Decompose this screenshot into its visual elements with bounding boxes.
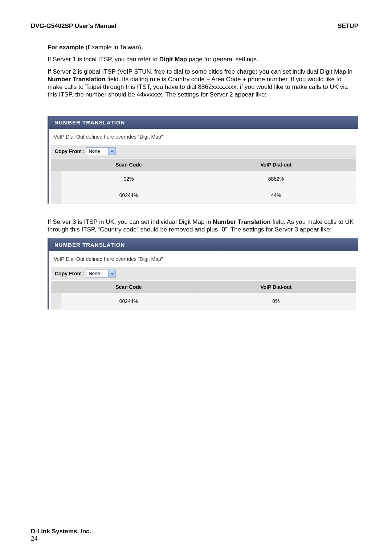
panel1-row1-dial: 44% <box>196 187 356 203</box>
panel2-copy-from-row: Copy From : None <box>51 267 356 280</box>
table-header-spacer <box>51 281 61 293</box>
chevron-down-icon <box>108 148 115 155</box>
number-translation-panel-2: NUMBER TRANSLATION VoIP Dial-Out defined… <box>48 238 358 309</box>
panel2-col-dial: VoIP Dial-out <box>196 281 356 293</box>
panel2-copy-from-label: Copy From : <box>55 271 85 276</box>
panel2-row0-dial: 0% <box>196 293 356 309</box>
section-title: SETUP <box>338 22 358 30</box>
number-translation-panel-1: NUMBER TRANSLATION VoIP Dial-Out defined… <box>48 116 358 204</box>
digit-map-bold: Digit Map <box>159 56 187 63</box>
panel2-title: NUMBER TRANSLATION <box>49 238 358 251</box>
panel2-copy-from-value: None <box>86 270 108 277</box>
number-translation-bold-1: Number Translation <box>48 76 106 83</box>
table-header-row: Scan Code VoIP Dial-out <box>51 281 356 293</box>
server1-text-a: If Server 1 is local ITSP, you can refer… <box>48 56 159 63</box>
table-row: 00244% 0% <box>51 293 356 309</box>
panel2-row0-scan: 00244% <box>61 293 196 309</box>
number-translation-bold-2: Number Translation <box>213 218 271 225</box>
chevron-down-icon <box>108 270 115 277</box>
table-header-spacer <box>51 159 61 171</box>
table-header-row: Scan Code VoIP Dial-out <box>51 159 356 171</box>
panel1-copy-from-row: Copy From : None <box>51 145 356 158</box>
panel1-copy-from-select[interactable]: None <box>86 147 116 155</box>
panel2-copy-from-select[interactable]: None <box>86 270 116 278</box>
footer-page-number: 24 <box>31 535 91 542</box>
table-row: 02% 8862% <box>51 171 356 187</box>
panel1-copy-from-value: None <box>86 148 108 155</box>
example-comma: , <box>141 44 143 51</box>
example-label: For example <box>48 44 84 51</box>
table-row-spacer <box>51 171 61 187</box>
panel1-override-note: VoIP Dial-Out defined here overrides "Di… <box>49 129 358 145</box>
panel1-col-dial: VoIP Dial-out <box>196 159 356 171</box>
panel1-row1-scan: 00244% <box>61 187 196 203</box>
example-line: For example (Example in Taiwan), <box>48 44 358 51</box>
panel1-table: Scan Code VoIP Dial-out 02% 8862% 00244%… <box>51 159 356 204</box>
panel2-table: Scan Code VoIP Dial-out 00244% 0% <box>51 281 356 309</box>
table-row-spacer <box>51 293 61 309</box>
server2-text-a: If Server 2 is global ITSP (VoIP STUN, f… <box>48 68 352 75</box>
panel2-override-note: VoIP Dial-Out defined here overrides "Di… <box>49 251 358 267</box>
server2-paragraph: If Server 2 is global ITSP (VoIP STUN, f… <box>48 68 358 99</box>
server1-paragraph: If Server 1 is local ITSP, you can refer… <box>48 56 358 63</box>
panel1-copy-from-label: Copy From : <box>55 148 85 154</box>
panel1-row0-dial: 8862% <box>196 171 356 187</box>
example-rest: (Example in Taiwan) <box>84 44 141 51</box>
server3-text-a: If Server 3 is ITSP in UK, you can set i… <box>48 218 213 225</box>
table-row-spacer <box>51 187 61 203</box>
footer-company: D-Link Systems, Inc. <box>31 528 91 535</box>
panel2-col-scan: Scan Code <box>61 281 196 293</box>
table-row: 00244% 44% <box>51 187 356 203</box>
server1-text-c: page for general settings. <box>187 56 258 63</box>
panel1-title: NUMBER TRANSLATION <box>49 116 358 129</box>
panel1-col-scan: Scan Code <box>61 159 196 171</box>
server3-paragraph: If Server 3 is ITSP in UK, you can set i… <box>48 218 358 234</box>
panel1-row0-scan: 02% <box>61 171 196 187</box>
manual-title: DVG-G5402SP User's Manual <box>31 22 116 30</box>
